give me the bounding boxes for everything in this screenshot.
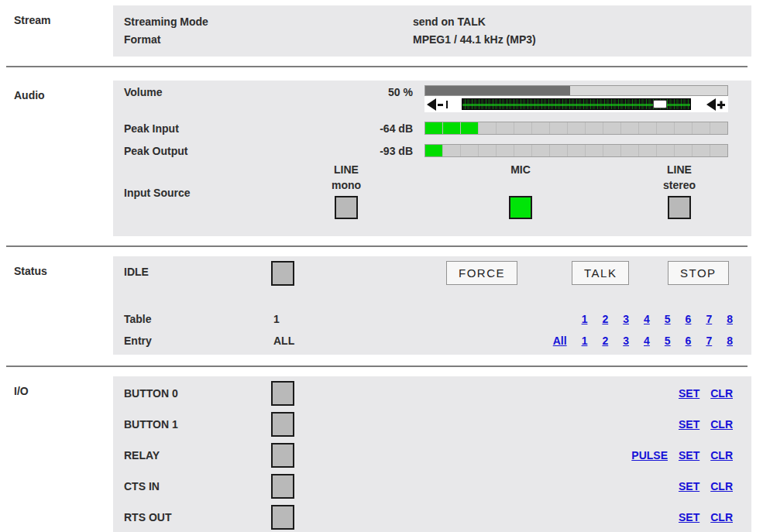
volume-slider[interactable] (424, 96, 728, 112)
io-panel: BUTTON 0 SETCLR BUTTON 1 SETCLR RELAY PU… (113, 376, 751, 532)
table-link-1[interactable]: 1 (582, 311, 588, 328)
entry-link-6[interactable]: 6 (686, 332, 692, 349)
button1-indicator (271, 412, 294, 437)
volume-value: 50 % (345, 85, 413, 98)
peak-output-meter (424, 144, 728, 157)
mic-label-1: MIC (474, 162, 567, 177)
meter-segment (514, 122, 532, 134)
line-stereo-label-1: LINE (633, 162, 726, 177)
peak-output-label: Peak Output (124, 144, 345, 157)
entry-value: ALL (273, 332, 294, 349)
io-row-button1: BUTTON 1 SETCLR (113, 409, 751, 440)
status-indicator (271, 261, 294, 286)
entry-link-8[interactable]: 8 (727, 332, 733, 349)
button0-set[interactable]: SET (679, 387, 699, 400)
table-link-6[interactable]: 6 (686, 311, 692, 328)
rts-out-clr[interactable]: CLR (710, 511, 733, 523)
meter-segment (497, 122, 514, 134)
force-button[interactable]: FORCE (446, 261, 517, 285)
mic-indicator[interactable] (509, 196, 532, 219)
meter-segment (461, 122, 479, 134)
stream-section: Stream Streaming Mode send on TALK Forma… (0, 5, 763, 57)
button1-label: BUTTON 1 (124, 418, 271, 431)
stop-button[interactable]: STOP (668, 261, 729, 285)
table-value: 1 (273, 311, 280, 328)
entry-link-3[interactable]: 3 (623, 332, 629, 349)
table-link-5[interactable]: 5 (665, 311, 671, 328)
meter-segment (639, 122, 657, 134)
meter-segment (603, 145, 621, 156)
io-row-rts-out: RTS OUT SETCLR (113, 502, 751, 532)
streaming-mode-label: Streaming Mode (124, 13, 413, 31)
rts-out-set[interactable]: SET (679, 511, 699, 523)
meter-segment (657, 122, 675, 134)
entry-link-7[interactable]: 7 (706, 332, 712, 349)
volume-slider-track[interactable] (462, 98, 691, 110)
volume-slider-handle[interactable] (653, 100, 667, 108)
stream-panel: Streaming Mode send on TALK Format MPEG1… (113, 5, 751, 57)
entry-link-2[interactable]: 2 (602, 332, 608, 349)
meter-segment (657, 145, 675, 156)
audio-section: Audio Volume 50 % (0, 81, 763, 236)
button0-label: BUTTON 0 (124, 387, 271, 400)
cts-in-clr[interactable]: CLR (710, 480, 733, 493)
table-label: Table (124, 311, 273, 328)
volume-row: Volume 50 % (124, 85, 728, 112)
volume-bars (424, 85, 728, 112)
button0-clr[interactable]: CLR (710, 387, 733, 400)
input-source-option-line-stereo: LINE stereo (633, 162, 726, 221)
meter-segment (532, 122, 550, 134)
cts-in-label: CTS IN (124, 480, 271, 493)
peak-input-value: -64 dB (345, 122, 413, 135)
entry-link-4[interactable]: 4 (644, 332, 650, 349)
input-source-option-line-mono: LINE mono (300, 162, 393, 221)
volume-level-bar (424, 85, 728, 96)
meter-segment (586, 122, 603, 134)
meter-segment (621, 122, 639, 134)
format-value: MPEG1 / 44.1 kHz (MP3) (413, 31, 536, 49)
audio-section-title: Audio (0, 81, 113, 236)
table-link-4[interactable]: 4 (644, 311, 650, 328)
input-source-area: Input Source LINE mono MIC LINE stereo (124, 162, 728, 228)
line-stereo-indicator[interactable] (668, 196, 691, 219)
relay-clr[interactable]: CLR (710, 449, 733, 462)
button1-clr[interactable]: CLR (710, 418, 733, 431)
mic-label-2 (474, 177, 567, 196)
talk-button[interactable]: TALK (572, 261, 629, 285)
table-row: Table 1 12345678 (124, 311, 733, 328)
volume-up-icon[interactable] (706, 98, 727, 111)
table-link-7[interactable]: 7 (706, 311, 712, 328)
meter-segment (675, 145, 693, 156)
meter-segment (586, 145, 603, 156)
peak-input-row: Peak Input -64 dB (124, 122, 728, 135)
meter-segment (514, 145, 532, 156)
status-state-label: IDLE (124, 266, 149, 278)
relay-pulse[interactable]: PULSE (631, 449, 668, 462)
io-row-cts-in: CTS IN SETCLR (113, 471, 751, 502)
rts-out-label: RTS OUT (124, 511, 271, 523)
meter-segment (675, 122, 693, 134)
meter-segment (568, 122, 586, 134)
meter-segment (497, 145, 514, 156)
volume-label: Volume (124, 85, 345, 98)
table-link-8[interactable]: 8 (727, 311, 733, 328)
meter-segment (693, 122, 710, 134)
meter-segment (710, 122, 727, 134)
meter-segment (603, 122, 621, 134)
meter-segment (550, 145, 568, 156)
meter-segment (621, 145, 639, 156)
line-mono-indicator[interactable] (335, 196, 358, 219)
peak-input-label: Peak Input (124, 122, 345, 135)
entry-row: Entry ALL All12345678 (124, 332, 733, 349)
entry-link-all[interactable]: All (553, 332, 567, 349)
table-link-2[interactable]: 2 (602, 311, 608, 328)
volume-down-icon[interactable] (427, 98, 450, 111)
cts-in-set[interactable]: SET (679, 480, 699, 493)
button1-set[interactable]: SET (679, 418, 699, 431)
entry-link-5[interactable]: 5 (665, 332, 671, 349)
relay-set[interactable]: SET (679, 449, 699, 462)
table-link-3[interactable]: 3 (623, 311, 629, 328)
meter-segment (425, 122, 443, 134)
entry-link-1[interactable]: 1 (582, 332, 588, 349)
status-panel: IDLE FORCE TALK STOP Table 1 12345678 En… (113, 256, 751, 355)
